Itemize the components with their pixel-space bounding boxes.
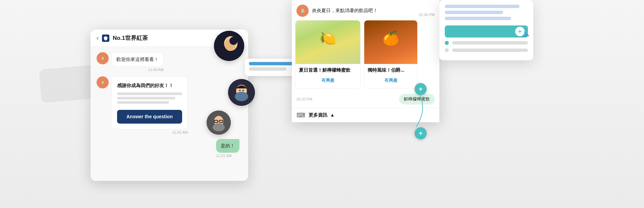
right-fragment-panel: + ➤ bbox=[439, 0, 533, 60]
avatar-bot-1: 🍵 bbox=[97, 52, 109, 64]
rf-line-3 bbox=[445, 17, 511, 20]
svg-text:🍵: 🍵 bbox=[101, 81, 105, 84]
answer-button[interactable]: Answer the question bbox=[117, 110, 182, 124]
svg-point-12 bbox=[243, 90, 244, 91]
message-bubble-3: 是的！ bbox=[216, 139, 239, 153]
rf-row-2 bbox=[445, 48, 528, 52]
scene: ‹ No.1世界紅茶 🔍 ☰ ≡ 🍵 歡迎你來這裡看看！ 11:00 AM bbox=[0, 0, 644, 208]
svg-point-10 bbox=[235, 92, 248, 101]
svg-point-18 bbox=[213, 123, 225, 131]
product-reply-time: 02:33 PM bbox=[297, 97, 312, 101]
product-card-title-2: 獨特風味！伯爵... bbox=[368, 67, 414, 73]
svg-point-7 bbox=[229, 37, 237, 45]
rf-row-1 bbox=[445, 41, 528, 45]
product-msg-text: 炎炎夏日，來點消暑的飲品吧！ bbox=[312, 8, 416, 14]
product-image-1 bbox=[296, 20, 360, 64]
bubble-wrap-3: 是的！ 11:01 AM bbox=[216, 139, 239, 158]
message-bubble-1: 歡迎你來這裡看看！ bbox=[111, 52, 164, 67]
card-line-2 bbox=[117, 97, 175, 99]
message-card-bubble: 感謝你成為我們的好友！！ Answer the question bbox=[111, 76, 188, 129]
svg-point-11 bbox=[239, 90, 241, 91]
message-time-3: 11:01 AM bbox=[216, 154, 239, 158]
product-more-row: ⌨ 更多資訊 ▲ bbox=[292, 108, 439, 122]
rf-dot-1 bbox=[445, 41, 449, 45]
plus-button-1[interactable]: + bbox=[415, 83, 427, 95]
chat-title: No.1世界紅茶 bbox=[113, 34, 213, 42]
product-card-title-1: 夏日首選！鮮檸檬蜂蜜飲 bbox=[299, 67, 357, 73]
product-reply-bubble: 鮮檸檬蜂蜜飲 bbox=[399, 94, 435, 105]
bubble-wrap-1: 歡迎你來這裡看看！ 11:00 AM bbox=[111, 52, 164, 72]
product-card-2: 獨特風味！伯爵... 有興趣 bbox=[364, 20, 418, 88]
rf-lines-top bbox=[445, 5, 528, 20]
rf-dot-2 bbox=[445, 48, 449, 52]
product-card-1: 夏日首選！鮮檸檬蜂蜜飲 有興趣 bbox=[295, 20, 361, 88]
product-avatar: 🍵 bbox=[297, 5, 309, 17]
message-time-1: 11:00 AM bbox=[111, 68, 164, 72]
back-button[interactable]: ‹ bbox=[97, 34, 99, 42]
product-card-body-1: 夏日首選！鮮檸檬蜂蜜飲 有興趣 bbox=[296, 64, 360, 88]
product-card-link-2[interactable]: 有興趣 bbox=[368, 76, 414, 86]
svg-text:🍵: 🍵 bbox=[300, 8, 305, 13]
product-header: 🍵 炎炎夏日，來點消暑的飲品吧！ 02:00 PM bbox=[292, 0, 439, 20]
bubble-wrap-2: 感謝你成為我們的好友！！ Answer the question 11:01 A… bbox=[111, 76, 188, 134]
avatar-bot-2: 🍵 bbox=[97, 76, 109, 88]
message-row-3: 是的！ 11:01 AM bbox=[97, 139, 242, 158]
card-line-1 bbox=[117, 92, 182, 95]
product-card-body-2: 獨特風味！伯爵... 有興趣 bbox=[364, 64, 417, 88]
product-cards-row: 夏日首選！鮮檸檬蜂蜜飲 有興趣 獨特風味！伯爵... 有興趣 bbox=[292, 20, 439, 92]
rf-accent-bar: + bbox=[445, 25, 528, 38]
card-lines bbox=[117, 92, 182, 104]
rf-line-2 bbox=[445, 11, 503, 14]
plus-button-2[interactable]: + bbox=[415, 127, 427, 139]
float-bar-2 bbox=[249, 67, 286, 71]
shield-icon bbox=[102, 34, 109, 42]
card-title: 感謝你成為我們的好友！！ bbox=[117, 82, 182, 89]
product-image-2 bbox=[364, 20, 417, 64]
svg-text:🍵: 🍵 bbox=[101, 57, 105, 60]
keyboard-icon: ⌨ bbox=[297, 112, 305, 119]
product-time: 02:00 PM bbox=[419, 13, 435, 17]
float-avatar-1 bbox=[214, 31, 244, 61]
product-more-text[interactable]: 更多資訊 ▲ bbox=[309, 112, 335, 118]
rf-line-1 bbox=[445, 5, 520, 8]
product-msg-wrap: 炎炎夏日，來點消暑的飲品吧！ bbox=[312, 8, 416, 14]
float-avatar-2 bbox=[228, 79, 255, 106]
rf-line-b bbox=[452, 49, 528, 52]
float-avatar-3 bbox=[207, 111, 231, 135]
rf-line-a bbox=[452, 41, 528, 45]
product-card-link-1[interactable]: 有興趣 bbox=[299, 76, 357, 86]
card-line-3 bbox=[117, 101, 169, 104]
product-window: 🍵 炎炎夏日，來點消暑的飲品吧！ 02:00 PM 夏日首選！鮮檸檬蜂蜜飲 有興… bbox=[292, 0, 439, 122]
message-time-2: 11:01 AM bbox=[111, 130, 188, 134]
